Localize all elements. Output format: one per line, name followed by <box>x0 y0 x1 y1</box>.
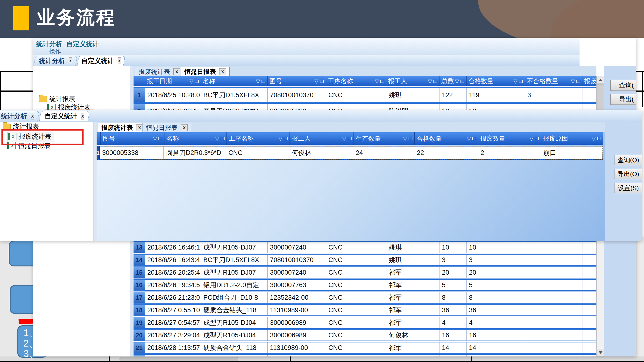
table-row[interactable]: 192018/6/27 0:54:57成型刀R105-DJ04300000698… <box>134 317 596 329</box>
column-header[interactable]: 报工人▽ <box>290 132 354 145</box>
table-row[interactable]: 172018/6/26 21:23:0PCD组合刀_D10-812352342-… <box>134 292 596 304</box>
column-header[interactable]: 报废数量▽ <box>478 132 541 145</box>
pin-icon[interactable] <box>380 80 384 83</box>
doc-tab-scrap-report[interactable]: 报废统计表x <box>135 67 184 76</box>
close-icon[interactable]: x <box>31 113 34 119</box>
column-header[interactable]: 不合格数量▽ <box>525 76 582 86</box>
doc-tab-daily-report[interactable]: 恒晁日报表x <box>142 123 191 132</box>
filter-funnel-icon[interactable]: ▽ <box>189 78 194 84</box>
table-row[interactable]: 13000005338圆鼻刀D2R0.3*6*DCNC何俊林24222崩口 <box>96 146 603 160</box>
row-header[interactable]: 15 <box>134 267 145 278</box>
filter-funnel-icon[interactable]: ▽ <box>571 78 575 84</box>
table-row[interactable]: 152018/6/26 20:25:4成型刀R105-DJ07300000724… <box>134 266 596 279</box>
query-button[interactable]: 查询( <box>610 80 636 91</box>
pin-icon[interactable] <box>221 137 224 140</box>
pin-icon[interactable] <box>348 137 352 140</box>
settings-button[interactable]: 设置(S) <box>614 183 642 193</box>
filter-funnel-icon[interactable]: ▽ <box>530 135 534 142</box>
row-header[interactable]: 16 <box>134 280 145 290</box>
filter-funnel-icon[interactable]: ▽ <box>278 135 282 142</box>
column-header[interactable]: 生产数量▽ <box>354 132 415 145</box>
column-header[interactable]: 合格数量▽ <box>466 76 525 86</box>
pin-icon[interactable] <box>434 80 437 83</box>
filter-funnel-icon[interactable]: ▽ <box>314 78 318 84</box>
export-button[interactable]: 导出( <box>610 94 636 105</box>
table-row[interactable]: 132018/6/26 16:46:1成型刀R105-DJ07300000724… <box>134 241 596 253</box>
table-row[interactable]: 182018/6/27 0:55:10硬质合金钻头_11811310989-00… <box>134 304 596 316</box>
row-header[interactable]: 13 <box>134 242 145 253</box>
row-header[interactable]: 2 <box>134 104 145 110</box>
column-header[interactable]: 图号▽ <box>101 132 164 145</box>
column-header[interactable]: 工序名称▽ <box>326 76 386 86</box>
pin-icon[interactable] <box>408 137 412 140</box>
tab-custom-statistics[interactable]: 自定义统计x <box>77 56 125 66</box>
query-button[interactable]: 查询(Q) <box>614 155 642 165</box>
table-row[interactable]: 22018/6/25 9:06:4圆鼻刀D2R0.3*6*D3000005338… <box>134 103 596 110</box>
column-header[interactable]: 报废原因▽ <box>541 132 603 145</box>
column-header[interactable]: 图号▽ <box>268 76 326 86</box>
row-header[interactable]: 18 <box>134 305 145 316</box>
scroll-up-button[interactable] <box>597 76 604 84</box>
pin-icon[interactable] <box>195 80 199 83</box>
filter-funnel-icon[interactable]: ▽ <box>256 78 260 84</box>
filter-funnel-icon[interactable]: ▽ <box>375 78 379 84</box>
filter-funnel-icon[interactable]: ▽ <box>403 135 407 142</box>
column-header[interactable]: 总数▽ <box>440 76 466 86</box>
row-header[interactable]: 19 <box>134 317 145 328</box>
table-row[interactable]: 162018/6/26 19:34:5铝用DR1.2-2.0自定30000077… <box>134 279 596 291</box>
close-icon[interactable]: x <box>181 124 188 131</box>
tab-statistics[interactable]: 统计分析x <box>0 111 40 121</box>
scroll-down-button[interactable] <box>597 349 604 357</box>
close-icon[interactable]: x <box>69 57 72 64</box>
horizontal-scrollbar-thumb[interactable] <box>120 357 238 361</box>
filter-funnel-icon[interactable]: ▽ <box>428 78 432 84</box>
table-row[interactable]: 212018/6/28 1:13:57硬质合金钻头_11811310989-00… <box>134 342 596 354</box>
column-header[interactable]: 报工日期▽ <box>145 76 201 86</box>
filter-funnel-icon[interactable]: ▽ <box>592 135 596 142</box>
tab-statistics[interactable]: 统计分析x <box>34 56 77 66</box>
doc-tab-daily-report[interactable]: 恒晁日报表x <box>181 67 230 76</box>
vertical-scrollbar-thumb[interactable] <box>597 84 604 114</box>
pin-icon[interactable] <box>284 137 288 140</box>
row-header[interactable]: 22 <box>134 355 145 357</box>
row-header[interactable]: 14 <box>134 255 145 265</box>
pin-icon[interactable] <box>519 80 523 83</box>
filter-funnel-icon[interactable]: ▽ <box>342 135 346 142</box>
tree-root-report-folder[interactable]: 统计报表 <box>39 95 75 103</box>
pin-icon[interactable] <box>460 80 464 83</box>
pin-icon[interactable] <box>597 137 601 140</box>
close-icon[interactable]: x <box>136 124 143 131</box>
filter-funnel-icon[interactable]: ▽ <box>215 135 219 142</box>
table-row[interactable]: 142018/6/26 16:43:4BC平刀D1.5XFL8X70801001… <box>134 254 596 266</box>
column-header[interactable]: 合格数量▽ <box>414 132 478 145</box>
row-header[interactable]: 1 <box>134 88 145 102</box>
filter-funnel-icon[interactable]: ▽ <box>513 78 518 84</box>
pin-icon[interactable] <box>320 80 324 83</box>
close-icon[interactable]: x <box>219 68 226 75</box>
close-icon[interactable]: x <box>174 68 180 75</box>
column-header[interactable]: 工序名称▽ <box>227 132 290 145</box>
close-icon[interactable]: x <box>81 113 84 119</box>
close-icon[interactable]: x <box>118 57 121 64</box>
column-header[interactable]: 名称▽ <box>201 76 268 86</box>
row-header[interactable]: 21 <box>134 343 145 353</box>
table-row[interactable]: 12018/6/25 10:28:0BC平刀D1.5XFL8X708010010… <box>134 87 596 103</box>
filter-funnel-icon[interactable]: ▽ <box>455 78 459 84</box>
row-header[interactable]: 20 <box>134 330 145 341</box>
column-header[interactable]: 报废▽ <box>582 76 596 86</box>
row-header[interactable]: 17 <box>134 292 145 303</box>
column-header[interactable]: 名称▽ <box>164 132 227 145</box>
row-header[interactable]: 1 <box>96 146 100 159</box>
pin-icon[interactable] <box>262 80 266 83</box>
table-row[interactable]: 222018/6/27 4:38:4铝用DR2.0制冰刀3000007424CN… <box>134 354 596 357</box>
table-row[interactable]: 202018/6/27 3:29:04成型刀R105-DJ04300000698… <box>134 329 596 341</box>
column-header[interactable]: 报工人▽ <box>386 76 440 86</box>
menu-item-statistics[interactable]: 统计分析 <box>36 39 62 48</box>
pin-icon[interactable] <box>158 137 162 140</box>
pin-icon[interactable] <box>576 80 580 83</box>
tab-custom-statistics[interactable]: 自定义统计x <box>39 111 90 121</box>
export-button[interactable]: 导出(O) <box>614 169 642 179</box>
menu-item-custom-statistics[interactable]: 自定义统计 <box>66 39 99 48</box>
filter-funnel-icon[interactable]: ▽ <box>153 135 157 142</box>
filter-funnel-icon[interactable]: ▽ <box>467 135 471 142</box>
